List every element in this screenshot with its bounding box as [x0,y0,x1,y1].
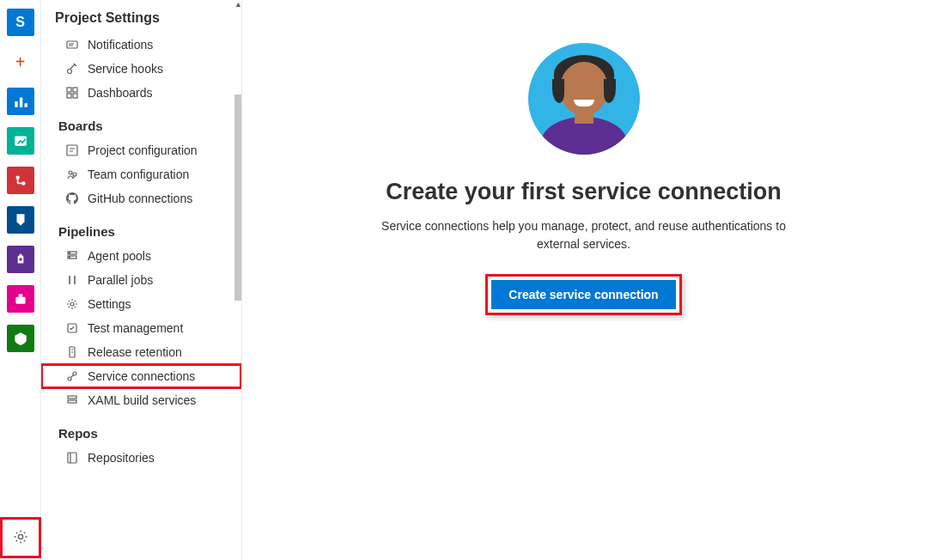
settings-panel[interactable]: ▲ Project Settings Notifications Service… [41,0,242,560]
nav-item-label: Agent pools [88,249,151,263]
svg-rect-14 [67,94,71,98]
panel-title: Project Settings [41,0,241,33]
nav-item-label: Project configuration [88,143,198,157]
svg-rect-28 [68,396,76,399]
nav-item-service-hooks[interactable]: Service hooks [41,57,241,81]
hero-title: Create your first service connection [386,179,782,205]
section-header-repos: Repos [41,412,241,446]
svg-rect-29 [68,400,76,403]
svg-point-6 [19,258,21,260]
hero-avatar-icon [528,43,640,155]
svg-point-9 [18,534,22,539]
test-management-icon [65,321,79,335]
nav-item-label: Service hooks [88,62,163,76]
project-icon-2[interactable] [7,127,34,155]
svg-rect-12 [67,88,71,92]
org-logo-letter: S [15,15,25,30]
cta-highlight-box: Create service connection [485,274,681,315]
svg-rect-15 [73,94,77,98]
svg-rect-8 [18,294,22,296]
project-icon-3[interactable] [7,167,34,194]
nav-item-label: Settings [88,297,131,311]
nav-item-label: Parallel jobs [88,273,153,287]
project-icon-7[interactable] [7,325,34,352]
create-service-connection-button[interactable]: Create service connection [491,280,675,309]
dashboards-icon [65,86,79,100]
nav-item-dashboards[interactable]: Dashboards [41,81,241,105]
svg-rect-0 [15,101,17,107]
nav-item-service-connections[interactable]: Service connections [41,364,241,388]
svg-point-11 [68,70,72,74]
nav-item-xaml-build-services[interactable]: XAML build services [41,388,241,412]
project-icon-4[interactable] [7,206,34,234]
project-icon-1[interactable] [7,88,34,115]
nav-item-test-management[interactable]: Test management [41,316,241,340]
svg-point-5 [21,181,26,186]
nav-item-label: Test management [88,321,183,335]
nav-item-github-connections[interactable]: GitHub connections [41,186,241,210]
nav-item-label: GitHub connections [88,192,192,205]
repositories-icon [65,451,79,465]
svg-rect-7 [15,297,25,304]
nav-item-repositories[interactable]: Repositories [41,446,241,470]
project-settings-gear-highlight [0,517,41,558]
project-icon-6[interactable] [7,285,34,313]
team-config-icon [65,167,79,181]
add-project-icon[interactable]: + [7,48,34,76]
nav-item-label: Notifications [88,38,153,52]
nav-item-settings[interactable]: Settings [41,292,241,316]
section-header-pipelines: Pipelines [41,210,241,244]
svg-point-22 [69,257,70,258]
nav-item-project-configuration[interactable]: Project configuration [41,138,241,162]
nav-item-agent-pools[interactable]: Agent pools [41,244,241,268]
svg-point-4 [15,175,20,180]
nav-item-label: Dashboards [88,86,153,100]
nav-item-label: Service connections [88,369,195,383]
main-content: Create your first service connection Ser… [242,0,925,560]
svg-rect-16 [67,145,77,155]
svg-point-26 [68,377,71,380]
hero-subtitle: Service connections help you manage, pro… [361,217,807,253]
xaml-build-icon [65,393,79,407]
project-settings-gear-icon[interactable] [12,528,29,548]
release-retention-icon [65,345,79,359]
nav-item-label: Release retention [88,345,182,359]
nav-item-release-retention[interactable]: Release retention [41,340,241,364]
project-icon-5[interactable] [7,246,34,273]
nav-item-team-configuration[interactable]: Team configuration [41,162,241,186]
notifications-icon [65,38,79,52]
svg-point-18 [73,173,76,176]
nav-item-label: XAML build services [88,393,196,407]
nav-item-notifications[interactable]: Notifications [41,33,241,57]
left-icon-rail: S + [0,0,41,560]
settings-icon [65,297,79,311]
nav-item-label: Repositories [88,451,155,465]
svg-point-27 [73,372,76,375]
service-hooks-icon [65,62,79,76]
svg-point-23 [70,302,74,306]
service-connections-icon [65,369,79,383]
svg-rect-1 [19,98,21,107]
svg-rect-30 [68,453,76,463]
project-config-icon [65,143,79,157]
scroll-up-arrow-icon[interactable]: ▲ [234,0,241,9]
agent-pools-icon [65,249,79,263]
github-icon [65,192,79,205]
svg-rect-13 [73,88,77,92]
section-header-boards: Boards [41,105,241,138]
parallel-jobs-icon [65,273,79,287]
svg-rect-10 [67,41,77,48]
org-logo-icon[interactable]: S [7,9,34,36]
svg-point-21 [69,253,70,253]
svg-point-17 [69,171,72,174]
nav-item-parallel-jobs[interactable]: Parallel jobs [41,268,241,292]
svg-rect-2 [24,103,27,107]
nav-item-label: Team configuration [88,167,189,181]
